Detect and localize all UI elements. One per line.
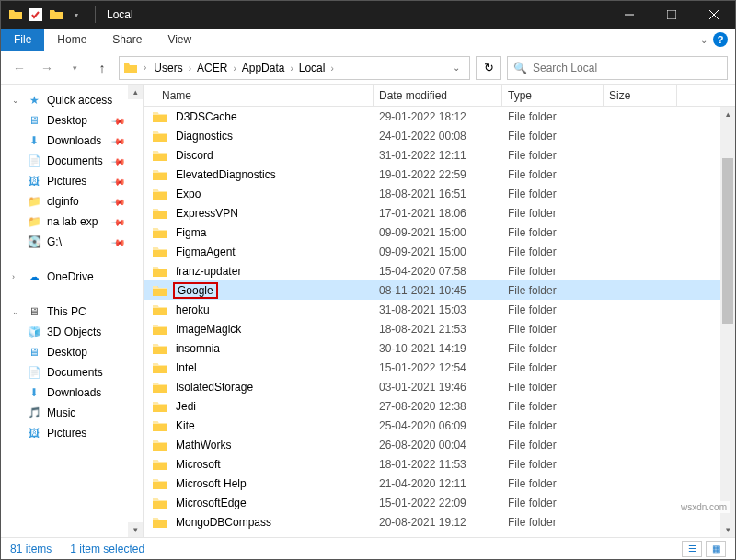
chevron-right-icon[interactable]: › <box>12 272 21 281</box>
sidebar-item[interactable]: 🖥Desktop <box>1 342 143 362</box>
svg-rect-2 <box>667 10 676 19</box>
chevron-down-icon[interactable]: ⌄ <box>12 96 21 105</box>
file-row[interactable]: Mozilla04-02-2020 19:12File folder <box>144 531 735 537</box>
this-pc[interactable]: ⌄ 🖥 This PC <box>1 302 143 322</box>
file-row[interactable]: Microsoft Help21-04-2020 12:11File folde… <box>144 474 735 493</box>
search-box[interactable]: 🔍 <box>507 56 728 80</box>
recent-locations-button[interactable]: ▾ <box>63 57 86 79</box>
scroll-up-icon[interactable]: ▴ <box>128 85 143 99</box>
sidebar-item[interactable]: 🧊3D Objects <box>1 322 143 342</box>
onedrive[interactable]: › ☁ OneDrive <box>1 267 143 287</box>
file-row[interactable]: Expo18-08-2021 16:51File folder <box>144 184 735 203</box>
folder-icon <box>153 303 167 316</box>
file-row[interactable]: Intel15-01-2022 12:54File folder <box>144 358 735 377</box>
breadcrumb-item[interactable]: AppData <box>238 60 289 76</box>
file-row[interactable]: Jedi27-08-2020 12:38File folder <box>144 396 735 416</box>
search-icon: 🔍 <box>513 62 527 74</box>
pin-icon: 📌 <box>111 154 126 168</box>
file-row[interactable]: Figma09-09-2021 15:00File folder <box>144 223 735 242</box>
sidebar-label: OneDrive <box>47 270 94 283</box>
breadcrumb-item[interactable]: Users <box>150 60 186 76</box>
chevron-down-icon[interactable]: ⌄ <box>12 307 21 316</box>
file-type: File folder <box>502 516 604 529</box>
folder-icon <box>153 110 167 123</box>
forward-button[interactable]: → <box>36 57 58 79</box>
quick-access[interactable]: ⌄ ★ Quick access <box>1 90 143 110</box>
pin-icon: 📌 <box>111 234 126 249</box>
column-name[interactable]: Name <box>144 85 374 106</box>
file-row[interactable]: MicrosoftEdge15-01-2022 22:09File folder <box>144 493 735 512</box>
column-type[interactable]: Type <box>502 85 604 106</box>
icons-view-button[interactable]: ▦ <box>706 541 726 557</box>
file-row[interactable]: Diagnostics24-01-2022 00:08File folder <box>144 126 735 145</box>
breadcrumb-bar[interactable]: › Users›ACER›AppData›Local› ⌄ <box>119 56 470 80</box>
sidebar-item[interactable]: 🖼Pictures <box>1 423 143 443</box>
breadcrumb-item[interactable]: Local <box>295 60 329 76</box>
file-row[interactable]: D3DSCache29-01-2022 18:12File folder <box>144 107 735 126</box>
file-date: 18-01-2022 11:53 <box>374 458 502 471</box>
scroll-down-icon[interactable]: ▾ <box>720 522 735 537</box>
file-row[interactable]: Google08-11-2021 10:45File folder <box>144 280 735 300</box>
sidebar-item[interactable]: 💽G:\📌 <box>1 232 143 252</box>
chevron-right-icon[interactable]: › <box>142 63 148 73</box>
file-row[interactable]: Discord31-01-2022 12:11File folder <box>144 145 735 165</box>
sidebar-item[interactable]: 📁na lab exp📌 <box>1 211 143 232</box>
folder-icon <box>153 361 167 374</box>
chevron-right-icon[interactable]: › <box>328 63 335 74</box>
maximize-button[interactable] <box>650 1 693 29</box>
file-row[interactable]: ImageMagick18-08-2021 21:53File folder <box>144 319 735 338</box>
folder-icon <box>153 497 167 509</box>
sidebar-item[interactable]: 📄Documents📌 <box>1 151 143 171</box>
sidebar-item[interactable]: ⬇Downloads <box>1 383 143 403</box>
title-bar: ▾ Local <box>1 1 735 29</box>
scroll-down-icon[interactable]: ▾ <box>128 522 143 537</box>
file-name: ImageMagick <box>173 323 244 336</box>
sidebar-item[interactable]: ⬇Downloads📌 <box>1 131 143 151</box>
share-tab[interactable]: Share <box>99 29 155 51</box>
scroll-up-icon[interactable]: ▴ <box>720 107 735 121</box>
column-size[interactable]: Size <box>604 85 677 106</box>
sidebar-item[interactable]: 📁clginfo📌 <box>1 191 143 211</box>
sidebar-item[interactable]: 🖼Pictures📌 <box>1 171 143 191</box>
sidebar-item-label: Downloads <box>47 134 101 147</box>
refresh-button[interactable]: ↻ <box>476 56 501 80</box>
breadcrumb-item[interactable]: ACER <box>193 60 231 76</box>
chevron-right-icon[interactable]: › <box>231 63 237 74</box>
scrollbar-thumb[interactable] <box>722 158 733 324</box>
file-row[interactable]: Kite25-04-2020 06:09File folder <box>144 416 735 435</box>
file-row[interactable]: MathWorks26-08-2020 00:04File folder <box>144 435 735 454</box>
breadcrumb-dropdown[interactable]: ⌄ <box>447 63 466 73</box>
expand-ribbon-icon[interactable]: ⌄ <box>700 35 707 45</box>
file-row[interactable]: ElevatedDiagnostics19-01-2022 22:59File … <box>144 165 735 184</box>
sidebar-item[interactable]: 🎵Music <box>1 403 143 423</box>
close-button[interactable] <box>693 1 735 29</box>
dropdown-icon[interactable]: ▾ <box>69 7 84 22</box>
file-date: 15-04-2020 07:58 <box>374 265 502 278</box>
view-tab[interactable]: View <box>155 29 204 51</box>
chevron-right-icon[interactable]: › <box>187 63 193 74</box>
home-tab[interactable]: Home <box>44 29 99 51</box>
folder-icon <box>153 516 167 529</box>
details-view-button[interactable]: ☰ <box>682 541 702 557</box>
file-row[interactable]: insomnia30-10-2021 14:19File folder <box>144 338 735 358</box>
search-input[interactable] <box>533 62 721 74</box>
sidebar-item[interactable]: 🖥Desktop📌 <box>1 110 143 131</box>
up-button[interactable]: ↑ <box>91 57 113 79</box>
file-row[interactable]: IsolatedStorage03-01-2021 19:46File fold… <box>144 377 735 396</box>
file-row[interactable]: MongoDBCompass20-08-2021 19:12File folde… <box>144 512 735 531</box>
sidebar-item[interactable]: 📄Documents <box>1 362 143 383</box>
sidebar-scrollbar[interactable]: ▴ ▾ <box>128 85 143 537</box>
minimize-button[interactable] <box>608 1 650 29</box>
column-date[interactable]: Date modified <box>374 85 502 106</box>
file-row[interactable]: franz-updater15-04-2020 07:58File folder <box>144 261 735 280</box>
file-tab[interactable]: File <box>1 29 44 51</box>
file-row[interactable]: heroku31-08-2021 15:03File folder <box>144 300 735 319</box>
pin-icon: 📌 <box>111 194 126 209</box>
vertical-scrollbar[interactable]: ▴ ▾ <box>720 107 735 537</box>
help-icon[interactable]: ? <box>713 32 728 47</box>
chevron-right-icon[interactable]: › <box>288 63 294 74</box>
file-row[interactable]: Microsoft18-01-2022 11:53File folder <box>144 454 735 474</box>
back-button[interactable]: ← <box>8 57 30 79</box>
file-row[interactable]: FigmaAgent09-09-2021 15:00File folder <box>144 242 735 261</box>
file-row[interactable]: ExpressVPN17-01-2021 18:06File folder <box>144 203 735 223</box>
